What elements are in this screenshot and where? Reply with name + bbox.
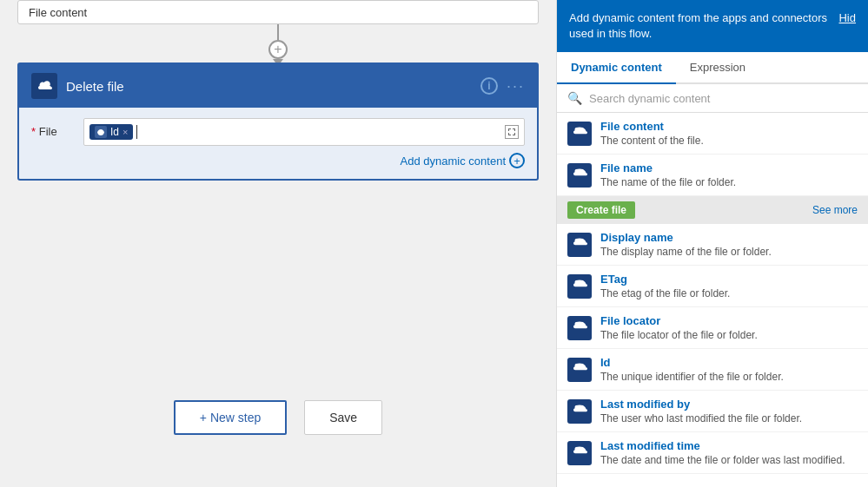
item-text: Display name The display name of the fil… [600,231,858,258]
add-dynamic-plus-icon: + [509,153,525,168]
item-desc: The user who last modified the file or f… [600,412,858,424]
item-desc: The date and time the file or folder was… [600,454,858,466]
item-text: Last modified time The date and time the… [600,439,858,466]
item-icon [567,274,592,299]
add-step-icon[interactable]: + [268,40,288,59]
delete-file-card: Delete file i ··· * File [17,63,539,181]
right-panel: Add dynamic content from the apps and co… [556,0,868,487]
list-item[interactable]: Last modified by The user who last modif… [557,391,868,432]
delete-file-title: Delete file [66,79,472,94]
file-field-row: * File Id × [31,118,525,146]
tab-dynamic-content[interactable]: Dynamic content [557,52,676,84]
item-icon [567,233,592,257]
item-text: ETag The etag of the file or folder. [600,273,858,299]
item-title: File locator [600,314,858,327]
item-icon [567,358,592,382]
token-label: Id [110,126,119,138]
right-panel-header-text: Add dynamic content from the apps and co… [569,10,832,42]
content-list: File content The content of the file. Fi… [557,113,868,487]
list-item[interactable]: Display name The display name of the fil… [557,224,868,266]
item-title: ETag [600,273,858,286]
item-title: Last modified by [600,398,858,411]
item-icon [567,441,592,465]
search-input[interactable] [589,92,858,105]
section-header: Create file See more [557,196,868,224]
item-text: Last modified by The user who last modif… [600,398,858,424]
right-panel-header: Add dynamic content from the apps and co… [557,0,868,52]
token-icon [95,126,107,138]
see-more-button[interactable]: See more [812,204,858,216]
save-button[interactable]: Save [304,400,382,435]
card-header: Delete file i ··· [19,64,537,108]
section-title: Create file [567,201,635,219]
list-item[interactable]: File content The content of the file. [557,113,868,155]
new-step-button[interactable]: + New step [174,400,287,435]
ellipsis-button[interactable]: ··· [507,77,525,95]
left-panel: File content + Delete file i ··· * F [0,0,556,487]
list-item[interactable]: Last modified time The date and time the… [557,432,868,474]
list-item[interactable]: File locator The file locator of the fil… [557,307,868,349]
tab-expression[interactable]: Expression [676,52,759,84]
file-field-label: * File [31,118,83,138]
item-desc: The etag of the file or folder. [600,287,858,299]
file-input[interactable]: Id × [83,118,525,146]
id-token-chip: Id × [89,124,133,140]
list-item[interactable]: ETag The etag of the file or folder. [557,266,868,307]
connector: + [268,24,288,66]
item-desc: The display name of the file or folder. [600,246,858,258]
item-desc: The content of the file. [600,135,858,147]
item-text: File content The content of the file. [600,120,858,147]
item-text: File locator The file locator of the fil… [600,314,858,341]
actions-row: + New step Save [0,400,556,435]
item-title: File name [600,161,858,174]
onedrive-icon [31,73,57,99]
item-desc: The file locator of the file or folder. [600,329,858,341]
item-desc: The unique identifier of the file or fol… [600,371,858,383]
item-title: Id [600,356,858,369]
item-icon [567,163,592,188]
connector-line [277,24,279,40]
item-title: File content [600,120,858,133]
item-icon [567,122,592,146]
search-box: 🔍 [557,84,868,113]
item-text: Id The unique identifier of the file or … [600,356,858,383]
search-icon: 🔍 [567,91,582,105]
file-content-card: File content [17,0,539,24]
item-title: Display name [600,231,858,244]
card-body: * File Id × [19,108,537,179]
tabs-row: Dynamic content Expression [557,52,868,84]
info-icon[interactable]: i [480,77,498,95]
cursor [136,125,137,139]
item-title: Last modified time [600,439,858,452]
item-text: File name The name of the file or folder… [600,161,858,188]
list-item[interactable]: Id The unique identifier of the file or … [557,349,868,391]
required-star: * [31,125,36,138]
item-desc: The name of the file or folder. [600,176,858,188]
hide-button[interactable]: Hid [838,10,856,26]
token-remove-button[interactable]: × [123,127,128,137]
item-icon [567,399,592,424]
expand-icon[interactable] [505,125,519,139]
add-dynamic-content-link[interactable]: Add dynamic content + [31,153,525,168]
item-icon [567,316,592,340]
card-header-actions: i ··· [480,77,525,95]
list-item[interactable]: File name The name of the file or folder… [557,155,868,196]
file-content-title: File content [29,6,87,19]
